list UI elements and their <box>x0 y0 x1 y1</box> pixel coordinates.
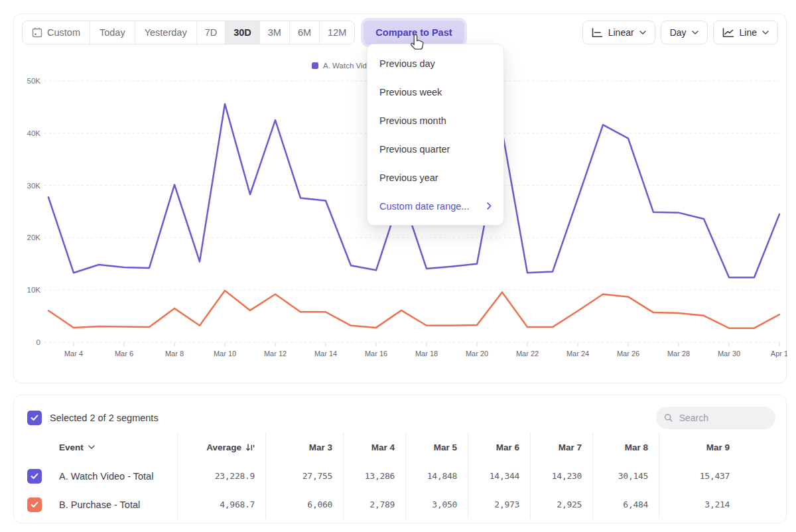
range-30d-button[interactable]: 30D <box>226 21 260 44</box>
menu-item-custom-date-range[interactable]: Custom date range... <box>367 192 503 220</box>
table-row[interactable]: A. Watch Video - Total 23,228.9 27,755 1… <box>14 462 787 490</box>
analytics-dashboard: { "toolbar": { "date_ranges": ["Custom",… <box>0 0 796 532</box>
svg-text:Mar 6: Mar 6 <box>115 350 133 358</box>
day-column-header: Mar 7 <box>531 432 593 462</box>
event-column-header[interactable]: Event <box>59 442 95 452</box>
legend-swatch-purple <box>312 62 318 69</box>
average-value: 23,228.9 <box>215 471 255 481</box>
cell-value: 30,145 <box>618 471 648 481</box>
select-all-checkbox[interactable] <box>27 411 42 425</box>
range-custom-button[interactable]: Custom <box>23 21 90 44</box>
average-column-header[interactable]: Average <box>206 442 255 452</box>
segments-card: Selected 2 of 2 segments Event Average M <box>13 395 787 523</box>
day-column-header: Mar 4 <box>344 432 406 462</box>
svg-text:Mar 24: Mar 24 <box>566 350 589 358</box>
selected-summary: Selected 2 of 2 segments <box>50 413 159 423</box>
table-header-row: Event Average Mar 3 Mar 4 Mar 5 Mar 6 Ma… <box>14 432 787 462</box>
cell-value: 6,060 <box>307 499 332 509</box>
svg-text:50K: 50K <box>27 77 41 85</box>
cell-value: 14,848 <box>427 471 457 481</box>
search-icon <box>664 413 673 423</box>
average-value: 4,968.7 <box>220 499 255 509</box>
svg-text:Mar 8: Mar 8 <box>165 350 184 358</box>
range-6m-button[interactable]: 6M <box>290 21 320 44</box>
cell-value: 14,344 <box>490 471 519 481</box>
cell-value: 14,230 <box>552 471 582 481</box>
svg-text:30K: 30K <box>27 182 41 190</box>
calendar-icon <box>32 27 42 38</box>
table-row[interactable]: B. Purchase - Total 4,968.7 6,060 2,789 … <box>14 490 787 519</box>
svg-text:Mar 10: Mar 10 <box>214 350 236 358</box>
svg-text:Mar 28: Mar 28 <box>667 350 690 358</box>
svg-text:Mar 18: Mar 18 <box>415 350 438 358</box>
svg-text:Apr 1: Apr 1 <box>771 350 787 358</box>
svg-text:Mar 20: Mar 20 <box>466 350 488 358</box>
chevron-right-icon <box>487 202 492 210</box>
date-range-group: Custom Today Yesterday 7D 30D 3M 6M 12M <box>22 21 355 44</box>
linear-axis-icon <box>592 28 603 38</box>
range-3m-button[interactable]: 3M <box>260 21 290 44</box>
day-column-header: Mar 5 <box>406 432 468 462</box>
menu-item-previous-month[interactable]: Previous month <box>367 106 503 135</box>
range-label: Custom <box>47 27 80 38</box>
range-today-button[interactable]: Today <box>90 21 135 44</box>
chevron-down-icon <box>639 31 646 34</box>
svg-text:Mar 26: Mar 26 <box>617 350 639 358</box>
day-column-header: Mar 9 <box>659 432 740 462</box>
svg-text:20K: 20K <box>27 233 41 241</box>
cell-value: 3,050 <box>432 499 457 509</box>
svg-text:Mar 16: Mar 16 <box>365 350 387 358</box>
segments-table: Event Average Mar 3 Mar 4 Mar 5 Mar 6 Ma… <box>14 432 787 519</box>
compare-to-past-button[interactable]: Compare to Past <box>364 21 464 44</box>
range-yesterday-button[interactable]: Yesterday <box>135 21 197 44</box>
row-label: A. Watch Video - Total <box>59 471 153 482</box>
search-input[interactable] <box>679 413 767 423</box>
range-7d-button[interactable]: 7D <box>197 21 226 44</box>
svg-text:Mar 12: Mar 12 <box>264 350 287 358</box>
svg-text:Mar 4: Mar 4 <box>64 350 83 358</box>
chevron-down-icon <box>692 31 698 34</box>
svg-text:0: 0 <box>36 338 40 346</box>
cell-value: 13,286 <box>365 471 395 481</box>
menu-item-previous-year[interactable]: Previous year <box>367 163 503 192</box>
line-chart-icon <box>722 28 734 38</box>
chart-type-dropdown[interactable]: Line <box>713 21 778 44</box>
cell-value: 2,789 <box>369 499 395 509</box>
row-checkbox-purchase[interactable] <box>27 498 42 512</box>
menu-item-previous-week[interactable]: Previous week <box>367 78 503 106</box>
check-icon <box>31 415 38 421</box>
cell-value: 15,437 <box>700 471 730 481</box>
chart-display-controls: Linear Day Line <box>582 21 778 44</box>
svg-text:Mar 14: Mar 14 <box>314 350 337 358</box>
sort-descending-icon <box>246 443 255 452</box>
svg-text:Mar 22: Mar 22 <box>516 350 539 358</box>
compare-to-past-menu: Previous day Previous week Previous mont… <box>367 44 504 226</box>
chart-toolbar: Custom Today Yesterday 7D 30D 3M 6M 12M … <box>22 21 778 44</box>
check-icon <box>31 501 38 508</box>
chevron-down-icon <box>762 31 769 34</box>
check-icon <box>31 473 38 480</box>
svg-text:10K: 10K <box>27 286 41 294</box>
day-column-header: Mar 3 <box>266 432 344 462</box>
range-12m-button[interactable]: 12M <box>320 21 354 44</box>
menu-item-previous-quarter[interactable]: Previous quarter <box>367 135 503 163</box>
day-column-header: Mar 8 <box>593 432 659 462</box>
cell-value: 2,925 <box>557 499 582 509</box>
segments-search[interactable] <box>656 407 775 429</box>
cell-value: 6,484 <box>623 499 648 509</box>
scale-dropdown[interactable]: Linear <box>582 21 655 44</box>
row-label: B. Purchase - Total <box>59 499 140 510</box>
cell-value: 3,214 <box>704 499 730 509</box>
row-checkbox-watch-video[interactable] <box>27 469 42 484</box>
cell-value: 2,973 <box>494 499 519 509</box>
svg-text:Mar 30: Mar 30 <box>718 350 740 358</box>
cell-value: 27,755 <box>302 471 332 481</box>
day-column-header: Mar 6 <box>468 432 531 462</box>
interval-dropdown[interactable]: Day <box>661 21 708 44</box>
chevron-down-icon <box>88 445 95 449</box>
svg-text:40K: 40K <box>27 129 41 137</box>
menu-item-previous-day[interactable]: Previous day <box>367 49 503 78</box>
segments-header-row: Selected 2 of 2 segments <box>27 403 775 432</box>
